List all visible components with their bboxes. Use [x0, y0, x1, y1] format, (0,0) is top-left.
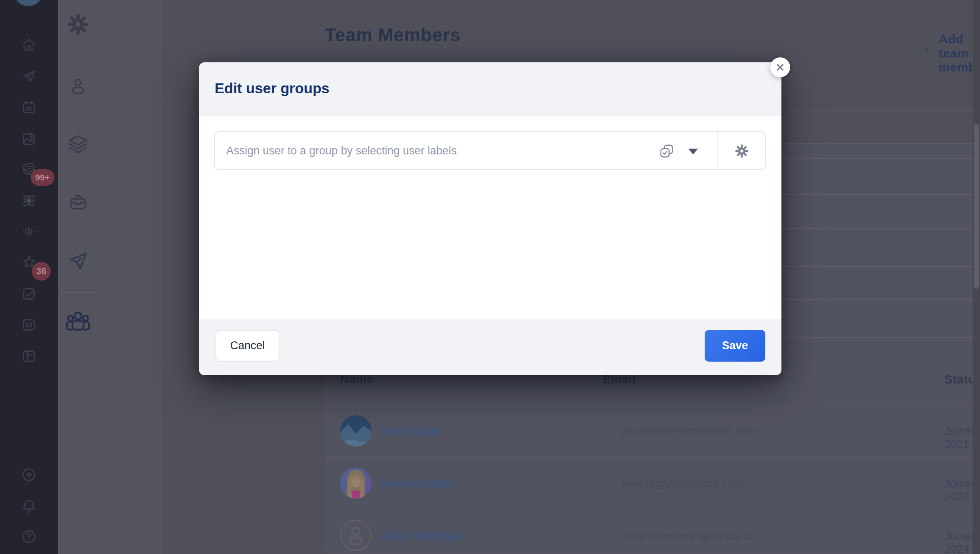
- close-icon: [774, 61, 786, 73]
- stats-icon[interactable]: [21, 317, 37, 333]
- scrollbar-track: [973, 0, 980, 554]
- cancel-button[interactable]: Cancel: [215, 330, 279, 362]
- plus-icon: [923, 47, 930, 60]
- people-icon[interactable]: [65, 308, 91, 334]
- copy-icon[interactable]: [603, 529, 616, 542]
- waveform-icon[interactable]: [21, 223, 37, 240]
- table-divider: [325, 508, 980, 508]
- person-icon[interactable]: [68, 76, 88, 96]
- copy-icon[interactable]: [603, 424, 616, 438]
- check-square-icon[interactable]: [21, 286, 37, 302]
- user-labels-combobox: [214, 131, 766, 170]
- table-divider: [325, 457, 980, 458]
- send-icon[interactable]: [66, 249, 90, 272]
- copy-icon[interactable]: [603, 477, 616, 490]
- chevron-down-icon[interactable]: [688, 149, 698, 154]
- member-email: accounts@vistasocial.com: [621, 425, 757, 438]
- member-name-link[interactable]: Vista Social: [380, 424, 440, 438]
- modal-header: Edit user groups: [199, 62, 781, 116]
- user-labels-input[interactable]: [226, 132, 647, 169]
- avatar[interactable]: [340, 467, 372, 499]
- manage-groups-gear-icon[interactable]: [734, 144, 749, 159]
- workspace-avatar[interactable]: [14, 0, 43, 6]
- send-icon[interactable]: [21, 68, 37, 85]
- reviews-badge: 36: [32, 262, 51, 281]
- scrollbar-thumb[interactable]: [974, 124, 979, 289]
- inbox-badge: 99+: [31, 169, 54, 186]
- modal-title: Edit user groups: [215, 80, 329, 97]
- settings-sidebar: [58, 0, 162, 554]
- briefcase-icon[interactable]: [68, 192, 88, 213]
- close-button[interactable]: [770, 57, 790, 77]
- app-screen: 99+ 36 Team M: [0, 0, 980, 554]
- add-team-member-button[interactable]: Add team member: [923, 32, 980, 74]
- layout-icon[interactable]: [21, 348, 37, 365]
- member-name-link[interactable]: Aidan Brannigan: [380, 529, 465, 542]
- avatar-placeholder-icon[interactable]: [340, 520, 372, 551]
- member-email: aidan@noboringbrands.co: [621, 530, 756, 543]
- select-all-labels-icon[interactable]: [658, 143, 675, 159]
- bell-icon[interactable]: [21, 497, 37, 514]
- modal-footer: Cancel Save: [199, 319, 781, 375]
- gear-icon[interactable]: [67, 13, 89, 36]
- sidebar-divider: [62, 292, 101, 293]
- calendar-icon[interactable]: [21, 99, 37, 116]
- save-button[interactable]: Save: [705, 330, 765, 362]
- edit-user-groups-modal: Edit user groups: [199, 62, 781, 375]
- member-name-link[interactable]: Alexus Brittain: [380, 477, 454, 490]
- avatar[interactable]: [340, 415, 372, 447]
- home-icon[interactable]: [21, 36, 37, 53]
- table-divider: [325, 407, 980, 407]
- member-email: alexus@vistasocial.com: [621, 478, 744, 490]
- help-icon[interactable]: [21, 528, 37, 545]
- page-title: Team Members: [325, 25, 461, 45]
- layers-icon[interactable]: [67, 133, 89, 156]
- combobox-divider: [717, 132, 718, 169]
- image-icon[interactable]: [21, 131, 37, 147]
- primary-sidebar: 99+ 36: [0, 0, 58, 554]
- plus-circle-icon[interactable]: [21, 466, 37, 483]
- atom-icon[interactable]: [21, 192, 37, 209]
